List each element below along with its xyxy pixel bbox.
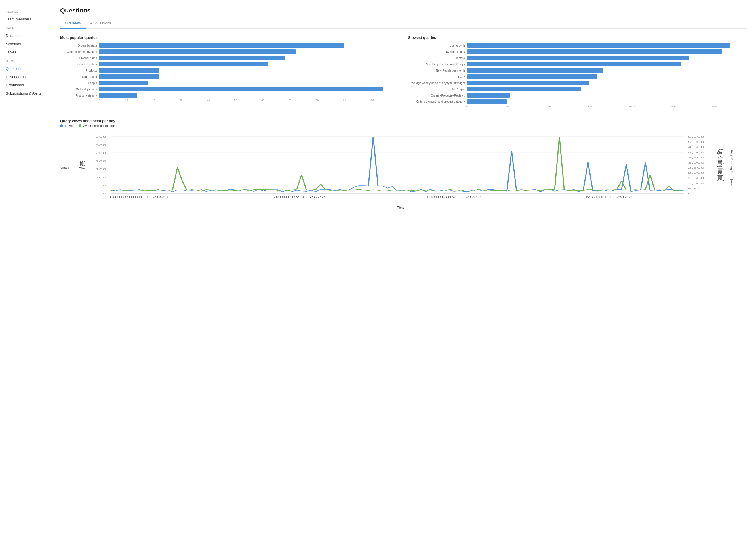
line-chart-section: Query views and speed per day ViewsAvg. … bbox=[60, 119, 747, 209]
bar-track bbox=[99, 68, 399, 73]
sidebar-section-data: DATA bbox=[0, 23, 51, 32]
sidebar-item-team-members[interactable]: Team members bbox=[0, 15, 51, 23]
popular-chart: Most popular queries Orders by stateCoun… bbox=[60, 36, 399, 110]
bar-fill bbox=[467, 81, 589, 85]
bar-fill bbox=[467, 56, 689, 60]
bar-track bbox=[99, 62, 399, 67]
svg-text:4,000: 4,000 bbox=[688, 151, 704, 154]
legend-item-avg-running: Avg. Running Time (ms) bbox=[79, 124, 117, 127]
popular-bars: Orders by stateCount of orders by stateP… bbox=[60, 43, 399, 98]
bar-fill bbox=[467, 49, 722, 54]
x-tick: 2500 bbox=[670, 105, 676, 108]
tab-all-questions[interactable]: All questions bbox=[86, 19, 116, 29]
bar-row: User growth bbox=[408, 43, 747, 48]
sidebar-item-schemas[interactable]: Schemas bbox=[0, 40, 51, 48]
bar-track bbox=[99, 93, 399, 98]
x-tick: 500 bbox=[506, 105, 510, 108]
bar-label: User growth bbox=[408, 44, 465, 47]
legend-dot-views bbox=[60, 124, 63, 127]
bar-row: Order count bbox=[60, 74, 399, 79]
x-tick: 10 bbox=[125, 99, 128, 102]
sidebar-section-people: PEOPLE bbox=[0, 7, 51, 15]
popular-chart-title: Most popular queries bbox=[60, 36, 399, 40]
svg-text:0: 0 bbox=[688, 192, 691, 195]
bar-track bbox=[467, 62, 747, 67]
legend-label-avg-running: Avg. Running Time (ms) bbox=[83, 124, 117, 127]
bar-label: Per state bbox=[408, 56, 465, 60]
bar-fill bbox=[99, 56, 284, 60]
bar-label: New People per month bbox=[408, 69, 465, 72]
slowest-xaxis: 050010001500200025003000 bbox=[467, 105, 747, 110]
x-tick: 2000 bbox=[629, 105, 634, 108]
bar-track bbox=[467, 56, 747, 60]
line-chart: 05010015020025030035005001,0001,5002,000… bbox=[74, 131, 727, 205]
svg-text:250: 250 bbox=[95, 152, 106, 155]
bar-row: New People per month bbox=[408, 68, 747, 73]
sidebar-item-tables[interactable]: Tables bbox=[0, 48, 51, 56]
svg-text:January 1, 2022: January 1, 2022 bbox=[274, 195, 326, 198]
legend-dot-avg-running bbox=[79, 124, 81, 127]
sidebar-item-subscriptions[interactable]: Subscriptions & Alerts bbox=[0, 89, 51, 98]
bar-label: New People in the last 30 days bbox=[408, 63, 465, 66]
svg-text:3,000: 3,000 bbox=[688, 161, 704, 164]
svg-text:February 1, 2022: February 1, 2022 bbox=[427, 195, 482, 198]
svg-text:December 1, 2021: December 1, 2021 bbox=[110, 195, 169, 198]
bar-row: Orders by state bbox=[60, 43, 399, 48]
bar-fill bbox=[467, 99, 507, 104]
bar-row: Per state bbox=[408, 56, 747, 60]
bar-row: Products bbox=[60, 68, 399, 73]
svg-text:200: 200 bbox=[95, 159, 106, 162]
bar-fill bbox=[467, 43, 730, 48]
tabs: OverviewAll questions bbox=[60, 19, 747, 29]
bar-track bbox=[467, 93, 747, 98]
svg-text:Avg. Running Time (ms): Avg. Running Time (ms) bbox=[717, 149, 725, 181]
bar-track bbox=[467, 81, 747, 85]
x-tick: 1500 bbox=[588, 105, 593, 108]
x-tick: 1000 bbox=[547, 105, 552, 108]
bar-track bbox=[99, 81, 399, 85]
bar-row: Product category bbox=[60, 93, 399, 98]
sidebar-item-databases[interactable]: Databases bbox=[0, 32, 51, 40]
svg-text:150: 150 bbox=[95, 168, 106, 171]
bar-fill bbox=[467, 68, 603, 73]
y-axis-right-label: Avg. Running Time (ms) bbox=[730, 150, 734, 186]
svg-text:0: 0 bbox=[103, 192, 106, 195]
sidebar: PEOPLETeam membersDATADatabasesSchemasTa… bbox=[0, 0, 51, 534]
svg-text:350: 350 bbox=[95, 135, 106, 138]
bar-label: Order count bbox=[60, 75, 97, 78]
x-tick: 40 bbox=[207, 99, 210, 102]
bar-label: Per City bbox=[408, 75, 465, 78]
bar-label: People bbox=[60, 81, 97, 85]
x-tick: 70 bbox=[288, 99, 291, 102]
svg-text:5,500: 5,500 bbox=[688, 135, 704, 138]
sidebar-item-questions[interactable]: Questions bbox=[0, 65, 51, 73]
bar-fill bbox=[99, 74, 159, 79]
main-content: Questions OverviewAll questions Most pop… bbox=[51, 0, 756, 534]
svg-text:300: 300 bbox=[95, 143, 106, 146]
bar-fill bbox=[99, 87, 383, 91]
bar-row: Per City bbox=[408, 74, 747, 79]
sidebar-section-items: ITEMS bbox=[0, 56, 51, 65]
x-tick: 60 bbox=[261, 99, 264, 102]
bar-label: Product category bbox=[60, 94, 97, 97]
legend-label-views: Views bbox=[65, 124, 73, 127]
svg-text:1,500: 1,500 bbox=[688, 177, 704, 180]
bar-row: By coordinates bbox=[408, 49, 747, 54]
bar-row: Product name bbox=[60, 56, 399, 60]
bar-track bbox=[467, 87, 747, 91]
bar-fill bbox=[467, 62, 681, 67]
sidebar-item-dashboards[interactable]: Dashboards bbox=[0, 73, 51, 81]
sidebar-item-downloads[interactable]: Downloads bbox=[0, 81, 51, 89]
bar-row: People bbox=[60, 81, 399, 85]
tab-overview[interactable]: Overview bbox=[60, 19, 86, 29]
bar-row: New People in the last 30 days bbox=[408, 62, 747, 67]
bar-track bbox=[99, 43, 399, 48]
bar-track bbox=[99, 49, 399, 54]
bar-track bbox=[99, 74, 399, 79]
bar-fill bbox=[99, 68, 159, 73]
bar-row: Orders by month bbox=[60, 87, 399, 91]
bar-label: Count of orders by state bbox=[60, 50, 97, 53]
y-axis-left-label: Views bbox=[61, 166, 69, 169]
bar-fill bbox=[99, 62, 268, 67]
bar-fill bbox=[99, 49, 296, 54]
